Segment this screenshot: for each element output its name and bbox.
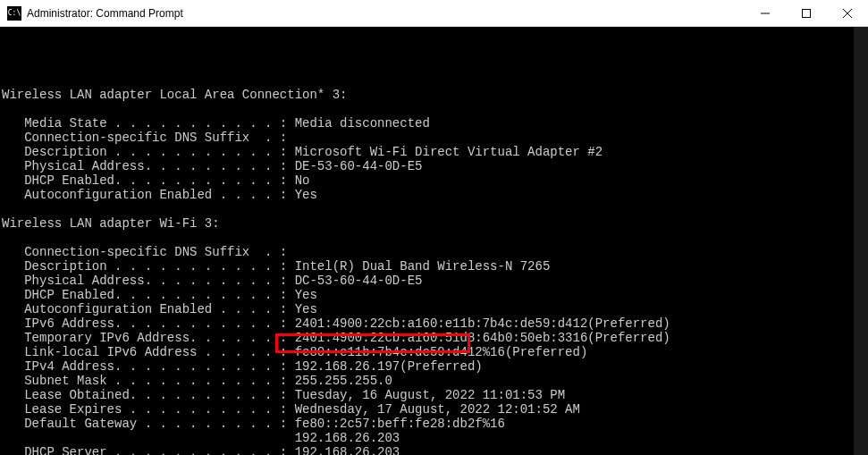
maximize-button[interactable] — [786, 0, 827, 26]
terminal-line: DHCP Enabled. . . . . . . . . . . : Yes — [0, 288, 868, 302]
terminal-line — [0, 102, 868, 116]
terminal-output[interactable]: Wireless LAN adapter Local Area Connecti… — [0, 27, 868, 455]
window: C:\ Administrator: Command Prompt Wirele… — [0, 0, 868, 455]
terminal-line: Wireless LAN adapter Wi-Fi 3: — [0, 216, 868, 231]
minimize-button[interactable] — [745, 0, 786, 26]
terminal-line: Physical Address. . . . . . . . . : DC-5… — [0, 274, 868, 288]
terminal-line: Wireless LAN adapter Local Area Connecti… — [0, 88, 868, 102]
terminal-line: 192.168.26.203 — [0, 431, 868, 445]
cmd-icon: C:\ — [7, 6, 21, 21]
terminal-line: Link-local IPv6 Address . . . . . : fe80… — [0, 345, 868, 359]
terminal-line: Description . . . . . . . . . . . : Inte… — [0, 259, 868, 274]
terminal-line: Lease Expires . . . . . . . . . . : Wedn… — [0, 402, 868, 417]
terminal-line: Connection-specific DNS Suffix . : — [0, 131, 868, 145]
terminal-line: DHCP Server . . . . . . . . . . . : 192.… — [0, 445, 868, 455]
window-title: Administrator: Command Prompt — [27, 7, 745, 20]
terminal-line: Description . . . . . . . . . . . : Micr… — [0, 145, 868, 159]
terminal-line: Physical Address. . . . . . . . . : DE-5… — [0, 159, 868, 173]
titlebar[interactable]: C:\ Administrator: Command Prompt — [0, 0, 868, 27]
close-button[interactable] — [827, 0, 868, 26]
terminal-line: Connection-specific DNS Suffix . : — [0, 245, 868, 259]
terminal-line: IPv4 Address. . . . . . . . . . . : 192.… — [0, 359, 868, 374]
terminal-line — [0, 202, 868, 216]
terminal-line — [0, 231, 868, 245]
terminal-line: Media State . . . . . . . . . . . : Medi… — [0, 116, 868, 131]
terminal-line: Autoconfiguration Enabled . . . . : Yes — [0, 302, 868, 316]
terminal-line: Subnet Mask . . . . . . . . . . . : 255.… — [0, 374, 868, 388]
terminal-line: Default Gateway . . . . . . . . . : fe80… — [0, 417, 868, 431]
terminal-line — [0, 73, 868, 88]
scrollbar[interactable] — [854, 27, 868, 455]
terminal-line: Lease Obtained. . . . . . . . . . : Tues… — [0, 388, 868, 402]
svg-rect-1 — [803, 9, 811, 17]
terminal-line: Temporary IPv6 Address. . . . . . : 2401… — [0, 331, 868, 345]
terminal-line: Autoconfiguration Enabled . . . . : Yes — [0, 188, 868, 202]
terminal-line: DHCP Enabled. . . . . . . . . . . : No — [0, 173, 868, 188]
terminal-line: IPv6 Address. . . . . . . . . . . : 2401… — [0, 316, 868, 331]
titlebar-controls — [745, 0, 868, 26]
